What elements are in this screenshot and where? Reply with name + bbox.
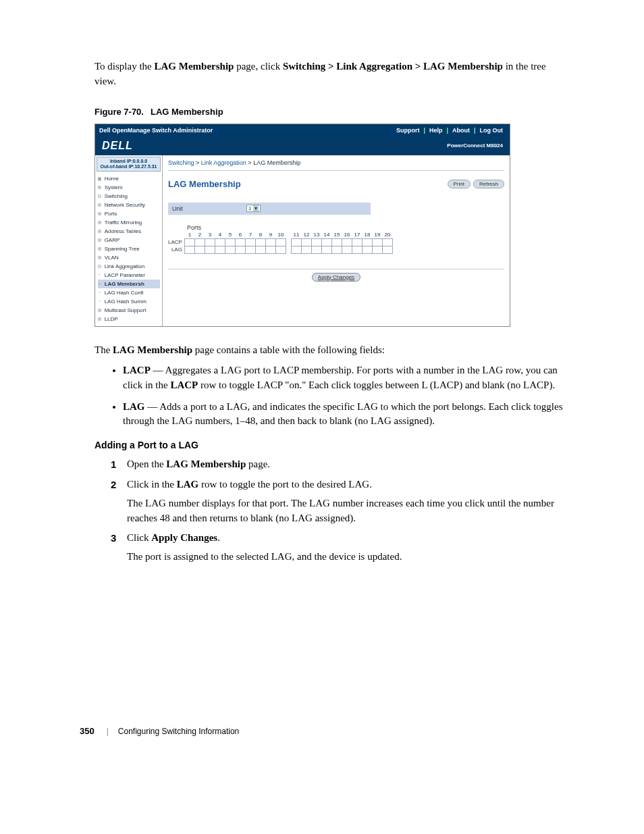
unit-label: Unit bbox=[172, 205, 246, 212]
tree-item[interactable]: · LAG Hash Summ bbox=[98, 297, 160, 306]
tree-item[interactable]: ⊟ Switching bbox=[98, 192, 160, 201]
refresh-button[interactable]: Refresh bbox=[473, 180, 504, 188]
port-cell[interactable] bbox=[352, 238, 362, 246]
page-title: LAG Membership bbox=[168, 179, 445, 189]
dell-logo: DELL bbox=[102, 140, 133, 152]
port-cell[interactable] bbox=[225, 246, 235, 253]
port-cell[interactable] bbox=[215, 238, 225, 246]
ports-grid: 1234567891011121314151617181920LACPLAG bbox=[168, 232, 504, 254]
port-cell[interactable] bbox=[372, 238, 382, 246]
tree-item[interactable]: · LAG Membersh bbox=[98, 280, 160, 288]
port-cell[interactable] bbox=[225, 238, 235, 246]
port-cell[interactable] bbox=[331, 246, 342, 253]
support-link[interactable]: Support bbox=[396, 127, 420, 134]
port-cell[interactable] bbox=[184, 246, 194, 253]
chevron-down-icon: ▾ bbox=[253, 205, 259, 211]
port-cell[interactable] bbox=[372, 246, 382, 253]
port-cell[interactable] bbox=[235, 246, 245, 253]
bullet-item: LACP — Aggregates a LAG port to LACP mem… bbox=[123, 363, 570, 393]
step-item: 3Click Apply Changes.The port is assigne… bbox=[111, 531, 570, 565]
tree-item[interactable]: ▣ Home bbox=[98, 174, 160, 183]
port-cell[interactable] bbox=[255, 246, 265, 253]
tree-item[interactable]: ⊞ Address Tables bbox=[98, 227, 160, 236]
port-cell[interactable] bbox=[255, 238, 265, 246]
page-footer: 350 | Configuring Switching Information bbox=[80, 726, 239, 736]
section-heading: Adding a Port to a LAG bbox=[95, 438, 570, 452]
tree-item[interactable]: ⊞ VLAN bbox=[98, 253, 160, 262]
page-number: 350 bbox=[80, 726, 95, 736]
port-cell[interactable] bbox=[265, 246, 275, 253]
brand-row: DELL PowerConnect M8024 bbox=[95, 136, 510, 155]
port-cell[interactable] bbox=[301, 246, 311, 253]
nav-tree[interactable]: ▣ Home⊞ System⊟ Switching ⊞ Network Secu… bbox=[95, 173, 162, 326]
tree-item[interactable]: ⊞ LLDP bbox=[98, 315, 160, 323]
port-cell[interactable] bbox=[245, 246, 255, 253]
port-cell[interactable] bbox=[245, 238, 255, 246]
port-cell[interactable] bbox=[352, 246, 362, 253]
figure-screenshot: Dell OpenManage Switch Administrator Sup… bbox=[95, 124, 510, 328]
tree-item[interactable]: ⊟ Link Aggregation bbox=[98, 262, 160, 271]
step-item: 1Open the LAG Membership page. bbox=[111, 457, 570, 472]
port-cell[interactable] bbox=[215, 246, 225, 253]
lag-row-label: LAG bbox=[168, 246, 184, 253]
port-cell[interactable] bbox=[275, 246, 286, 253]
step-item: 2Click in the LAG row to toggle the port… bbox=[111, 477, 570, 525]
port-cell[interactable] bbox=[291, 246, 301, 253]
tree-item[interactable]: ⊞ Spanning Tree bbox=[98, 244, 160, 253]
print-button[interactable]: Print bbox=[448, 180, 471, 188]
apply-changes-button[interactable]: Apply Changes bbox=[312, 273, 360, 282]
tree-item[interactable]: · LAG Hash Confi bbox=[98, 288, 160, 297]
port-cell[interactable] bbox=[342, 238, 352, 246]
logout-link[interactable]: Log Out bbox=[480, 127, 504, 134]
app-topbar: Dell OpenManage Switch Administrator Sup… bbox=[95, 124, 510, 136]
port-cell[interactable] bbox=[205, 246, 215, 253]
tree-item[interactable]: ⊞ Network Security bbox=[98, 201, 160, 209]
bullet-item: LAG — Adds a port to a LAG, and indicate… bbox=[123, 400, 570, 429]
port-cell[interactable] bbox=[362, 246, 372, 253]
tree-item[interactable]: · LACP Parameter bbox=[98, 271, 160, 280]
port-cell[interactable] bbox=[205, 238, 215, 246]
port-cell[interactable] bbox=[331, 238, 342, 246]
port-cell[interactable] bbox=[184, 238, 194, 246]
tree-item[interactable]: ⊞ Multicast Support bbox=[98, 306, 160, 315]
ip-box: Inband IP:0.0.0.0 Out-of-band IP:10.27.5… bbox=[97, 157, 161, 172]
tree-item[interactable]: ⊞ GARP bbox=[98, 236, 160, 244]
model-label: PowerConnect M8024 bbox=[447, 142, 503, 149]
port-cell[interactable] bbox=[382, 238, 392, 246]
footer-section: Configuring Switching Information bbox=[118, 727, 239, 736]
help-link[interactable]: Help bbox=[429, 127, 443, 134]
port-cell[interactable] bbox=[342, 246, 352, 253]
port-cell[interactable] bbox=[321, 246, 331, 253]
unit-bar: Unit 1▾ bbox=[168, 203, 371, 215]
port-cell[interactable] bbox=[194, 246, 205, 253]
port-cell[interactable] bbox=[194, 238, 205, 246]
port-cell[interactable] bbox=[235, 238, 245, 246]
port-cell[interactable] bbox=[321, 238, 331, 246]
tree-item[interactable]: ⊞ Traffic Mirroring bbox=[98, 218, 160, 227]
breadcrumb: Switching > Link Aggregation > LAG Membe… bbox=[168, 158, 504, 171]
lead-paragraph: The LAG Membership page contains a table… bbox=[95, 343, 570, 358]
port-cell[interactable] bbox=[362, 238, 372, 246]
port-cell[interactable] bbox=[265, 238, 275, 246]
port-cell[interactable] bbox=[275, 238, 286, 246]
port-cell[interactable] bbox=[291, 238, 301, 246]
ports-label: Ports bbox=[187, 224, 504, 231]
port-cell[interactable] bbox=[301, 238, 311, 246]
lacp-row-label: LACP bbox=[168, 238, 184, 246]
tree-item[interactable]: ⊞ Ports bbox=[98, 209, 160, 218]
about-link[interactable]: About bbox=[452, 127, 470, 134]
port-cell[interactable] bbox=[311, 238, 321, 246]
intro-paragraph: To display the LAG Membership page, clic… bbox=[95, 59, 570, 89]
port-cell[interactable] bbox=[311, 246, 321, 253]
unit-select[interactable]: 1▾ bbox=[246, 205, 261, 212]
port-cell[interactable] bbox=[382, 246, 392, 253]
nav-column: Inband IP:0.0.0.0 Out-of-band IP:10.27.5… bbox=[95, 155, 163, 327]
tree-item[interactable]: ⊞ System bbox=[98, 183, 160, 192]
figure-caption: Figure 7-70.LAG Membership bbox=[95, 107, 570, 117]
app-title: Dell OpenManage Switch Administrator bbox=[99, 127, 394, 134]
